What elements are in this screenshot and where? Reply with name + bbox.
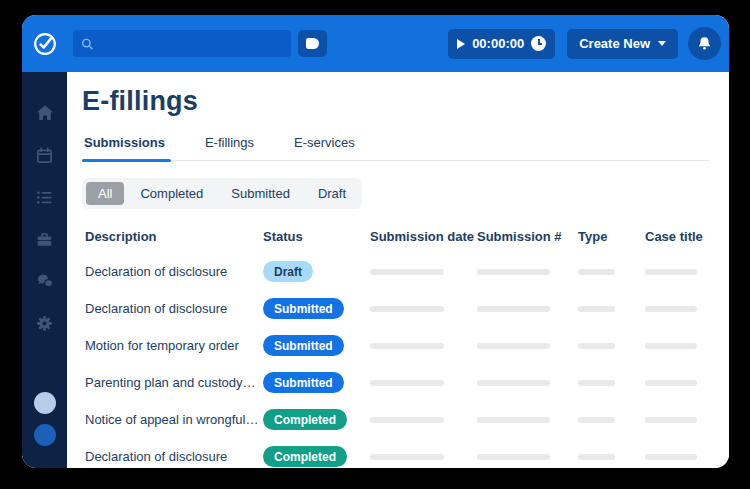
table-row[interactable]: Declaration of disclosure Completed (82, 438, 709, 468)
status-badge: Submitted (263, 372, 344, 393)
placeholder-bar (578, 380, 615, 386)
check-circle-logo-icon (31, 30, 59, 58)
avatar-light[interactable] (34, 392, 56, 414)
sidebar-item-calendar[interactable] (22, 134, 67, 176)
briefcase-icon (35, 230, 54, 249)
tag-filter-button[interactable] (298, 30, 327, 57)
placeholder-bar (370, 454, 444, 460)
placeholder-bar (578, 269, 615, 275)
table-row[interactable]: Notice of appeal in wrongful… Completed (82, 401, 709, 438)
timer-value: 00:00:00 (472, 36, 524, 51)
chevron-down-icon (658, 41, 666, 46)
tab-submissions[interactable]: Submissions (82, 129, 167, 160)
row-description: Declaration of disclosure (85, 449, 263, 464)
placeholder-bar (578, 306, 615, 312)
row-description: Parenting plan and custody… (85, 375, 263, 390)
placeholder-bar (645, 417, 697, 423)
app-window: 00:00:00 Create New (22, 15, 729, 468)
status-badge: Completed (263, 446, 347, 467)
app-logo (22, 30, 67, 58)
placeholder-bar (477, 343, 550, 349)
search-box[interactable] (73, 30, 291, 57)
table-row[interactable]: Declaration of disclosure Submitted (82, 290, 709, 327)
chat-icon (35, 271, 55, 291)
create-new-label: Create New (579, 36, 650, 51)
filter-draft[interactable]: Draft (306, 182, 358, 205)
column-header: Description (85, 229, 263, 244)
row-description: Declaration of disclosure (85, 264, 263, 279)
placeholder-bar (578, 454, 615, 460)
create-new-button[interactable]: Create New (567, 29, 678, 59)
status-badge: Submitted (263, 298, 344, 319)
sidebar (22, 72, 67, 468)
placeholder-bar (370, 306, 444, 312)
notifications-button[interactable] (688, 27, 721, 60)
filter-submitted[interactable]: Submitted (219, 182, 302, 205)
row-description: Motion for temporary order (85, 338, 263, 353)
sidebar-item-cases[interactable] (22, 218, 67, 260)
clock-icon (531, 36, 546, 51)
sidebar-item-home[interactable] (22, 92, 67, 134)
table-row[interactable]: Motion for temporary order Submitted (82, 327, 709, 364)
topbar: 00:00:00 Create New (22, 15, 729, 72)
placeholder-bar (645, 269, 697, 275)
placeholder-bar (477, 269, 550, 275)
status-filter-group: All Completed Submitted Draft (82, 178, 362, 209)
column-header: Submission date (370, 229, 477, 244)
placeholder-bar (645, 380, 697, 386)
table-header-row: Description Status Submission date Submi… (82, 219, 709, 253)
table-row[interactable]: Declaration of disclosure Draft (82, 253, 709, 290)
placeholder-bar (645, 343, 697, 349)
gear-icon (35, 314, 54, 333)
column-header: Status (263, 229, 370, 244)
sidebar-item-tasks[interactable] (22, 176, 67, 218)
filter-completed[interactable]: Completed (128, 182, 215, 205)
list-icon (35, 188, 54, 207)
tab-e-services[interactable]: E-services (292, 129, 357, 160)
placeholder-bar (645, 454, 697, 460)
tag-icon (306, 38, 319, 49)
column-header: Case title (645, 229, 709, 244)
timer-button[interactable]: 00:00:00 (448, 29, 555, 59)
status-badge: Submitted (263, 335, 344, 356)
status-badge: Completed (263, 409, 347, 430)
row-description: Notice of appeal in wrongful… (85, 412, 263, 427)
placeholder-bar (370, 343, 444, 349)
avatar-blue[interactable] (34, 424, 56, 446)
placeholder-bar (477, 306, 550, 312)
placeholder-bar (477, 380, 550, 386)
main-content: E-fillings Submissions E-fillings E-serv… (67, 72, 729, 468)
tab-e-fillings[interactable]: E-fillings (203, 129, 256, 160)
placeholder-bar (477, 417, 550, 423)
placeholder-bar (645, 306, 697, 312)
submissions-table: Description Status Submission date Submi… (82, 219, 709, 468)
column-header: Submission # (477, 229, 578, 244)
placeholder-bar (578, 343, 615, 349)
page-title: E-fillings (82, 86, 709, 117)
play-icon (457, 39, 465, 49)
row-description: Declaration of disclosure (85, 301, 263, 316)
search-input[interactable] (100, 37, 283, 51)
placeholder-bar (370, 417, 444, 423)
placeholder-bar (370, 269, 444, 275)
table-row[interactable]: Parenting plan and custody… Submitted (82, 364, 709, 401)
search-icon (81, 37, 94, 51)
placeholder-bar (578, 417, 615, 423)
placeholder-bar (370, 380, 444, 386)
bell-icon (696, 35, 713, 52)
sidebar-item-messages[interactable] (22, 260, 67, 302)
home-icon (35, 103, 55, 123)
calendar-icon (35, 146, 54, 165)
filter-all[interactable]: All (86, 182, 124, 205)
tab-bar: Submissions E-fillings E-services (82, 129, 709, 161)
status-badge: Draft (263, 261, 313, 282)
column-header: Type (578, 229, 645, 244)
sidebar-item-settings[interactable] (22, 302, 67, 344)
placeholder-bar (477, 454, 550, 460)
